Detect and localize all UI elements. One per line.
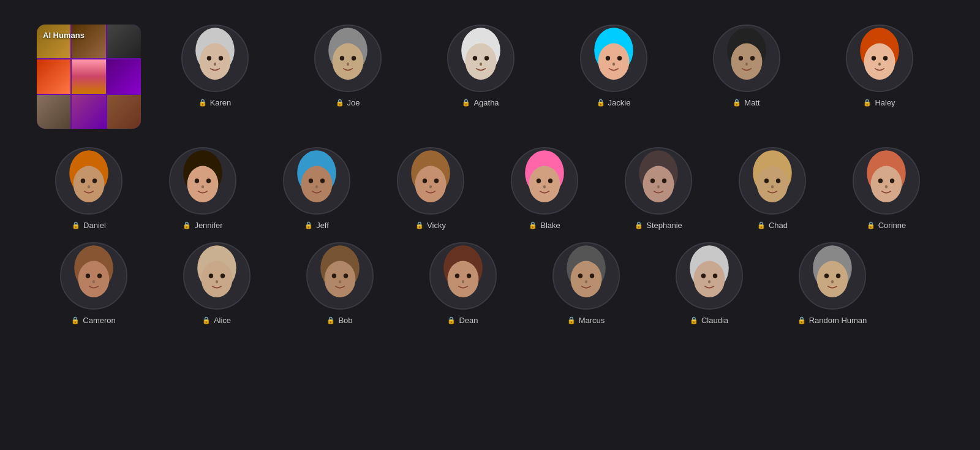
name-label-bob: Bob [338,316,352,325]
name-label-vicky: Vicky [427,221,446,230]
name-label-claudia: Claudia [701,316,728,325]
avatar-corinne [853,147,920,215]
avatar-marcus [552,242,620,310]
svg-point-20 [598,44,629,80]
avatar-jennifer [169,147,236,215]
person-marcus[interactable]: 🔒Marcus [529,242,643,325]
person-name-corinne: 🔒Corinne [867,221,907,230]
svg-point-80 [871,166,902,202]
svg-point-122 [816,261,848,297]
person-matt[interactable]: 🔒Matt [698,25,796,107]
svg-point-23 [612,63,614,66]
svg-point-44 [187,166,219,202]
person-name-jackie: 🔒Jackie [597,98,631,107]
svg-point-105 [454,273,459,278]
svg-point-98 [324,261,355,297]
person-daniel[interactable]: 🔒Daniel [37,147,141,230]
person-claudia[interactable]: 🔒Claudia [652,242,766,325]
svg-point-39 [81,178,85,183]
person-agatha[interactable]: 🔒Agatha [432,25,530,107]
svg-point-46 [206,178,211,183]
svg-point-28 [750,56,754,60]
person-name-marcus: 🔒Marcus [567,316,605,325]
person-jeff[interactable]: 🔒Jeff [265,147,369,230]
svg-point-118 [712,273,717,278]
svg-point-107 [461,280,464,283]
person-vicky[interactable]: 🔒Vicky [379,147,483,230]
person-name-cameron: 🔒Cameron [71,316,115,325]
svg-point-26 [731,44,762,80]
svg-point-69 [650,178,655,183]
person-name-stephanie: 🔒Stephanie [635,221,682,230]
avatar-joe [314,25,382,92]
svg-point-86 [78,261,109,297]
svg-point-124 [835,273,840,278]
svg-point-65 [543,185,546,188]
person-random-human[interactable]: 🔒Random Human [775,242,889,325]
person-name-bob: 🔒Bob [326,316,352,325]
person-dean[interactable]: 🔒Dean [406,242,519,325]
avatar-chad [739,147,806,215]
svg-point-53 [315,185,318,188]
person-name-blake: 🔒Blake [529,221,560,230]
svg-point-15 [472,56,477,60]
avatar-claudia [676,242,743,310]
svg-point-89 [92,280,94,283]
avatar-agatha [447,25,514,92]
svg-point-119 [707,280,710,283]
person-bob[interactable]: 🔒Bob [283,242,396,325]
svg-point-64 [548,178,552,183]
person-haley[interactable]: 🔒Haley [831,25,929,107]
person-jackie[interactable]: 🔒Jackie [565,25,663,107]
svg-point-75 [764,178,769,183]
svg-point-59 [429,185,432,188]
lock-icon: 🔒 [529,221,537,229]
svg-point-71 [657,185,660,188]
svg-point-34 [883,56,887,60]
avatar-karen [181,25,249,92]
svg-point-32 [864,44,895,80]
svg-point-112 [589,273,594,278]
name-label-matt: Matt [744,98,760,107]
avatar-daniel [55,147,123,215]
svg-point-88 [97,273,101,278]
person-joe[interactable]: 🔒Joe [299,25,397,107]
svg-point-77 [771,185,774,188]
person-karen[interactable]: 🔒Karen [166,25,264,107]
avatar-haley [846,25,913,92]
svg-point-68 [643,166,674,202]
avatar-stephanie [625,147,692,215]
person-cameron[interactable]: 🔒Cameron [37,242,150,325]
svg-point-8 [332,44,363,80]
svg-point-110 [570,261,601,297]
person-name-dean: 🔒Dean [447,316,478,325]
person-corinne[interactable]: 🔒Corinne [834,147,938,230]
svg-point-14 [465,44,496,80]
person-stephanie[interactable]: 🔒Stephanie [606,147,710,230]
person-alice[interactable]: 🔒Alice [160,242,273,325]
avatar-bob [306,242,374,310]
svg-point-82 [890,178,894,183]
svg-point-50 [301,166,333,202]
featured-mosaic [37,25,141,129]
person-jennifer[interactable]: 🔒Jennifer [151,147,255,230]
lock-icon: 🔒 [597,99,605,107]
svg-point-2 [199,44,230,80]
person-name-random-human: 🔒Random Human [797,316,867,325]
person-name-karen: 🔒Karen [198,98,232,107]
person-name-alice: 🔒Alice [202,316,231,325]
featured-card[interactable]: AI Humans [37,25,141,129]
svg-point-76 [776,178,780,183]
person-chad[interactable]: 🔒Chad [720,147,824,230]
svg-point-51 [309,178,313,183]
svg-point-83 [885,185,888,188]
lock-icon: 🔒 [567,316,576,324]
avatar-random-human [799,242,866,310]
person-blake[interactable]: 🔒Blake [492,147,597,230]
svg-point-117 [701,273,705,278]
svg-point-87 [85,273,89,278]
svg-point-70 [662,178,666,183]
lock-icon: 🔒 [304,221,313,229]
row-1-persons: 🔒Karen 🔒Joe 🔒Agatha [151,25,943,107]
svg-point-116 [693,261,725,297]
